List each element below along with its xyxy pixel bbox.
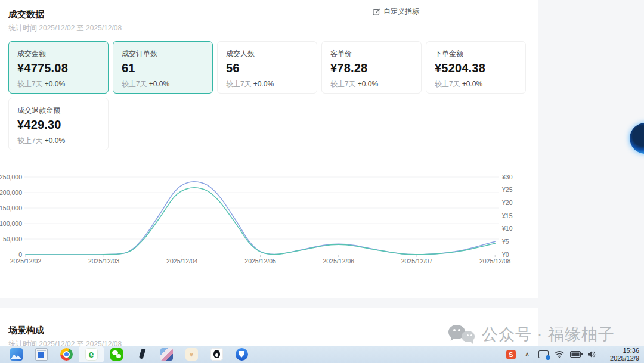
metric-compare: 较上7天+0.0%: [435, 79, 517, 89]
x-axis-date-label: 2025/12/05: [244, 257, 276, 265]
heart-app-icon-glyph: ♥: [190, 351, 194, 358]
metric-label: 成交人数: [226, 49, 308, 58]
taskbar: e♥ S ∧ 15:36 2025/12/9: [0, 346, 644, 363]
metric-label: 客单价: [330, 49, 413, 58]
taskbar-wechat-icon[interactable]: [104, 346, 129, 362]
y-axis-right-label: ¥10: [501, 225, 513, 232]
x-axis-date-label: 2025/12/07: [401, 257, 433, 265]
s-tray-icon[interactable]: S: [506, 349, 516, 360]
y-axis-right-label: ¥0: [501, 251, 509, 258]
compare-value: +0.0%: [253, 80, 274, 88]
y-axis-right-label: ¥25: [501, 186, 513, 193]
heart-app-icon: ♥: [185, 348, 198, 361]
taskbar-360-browser-icon[interactable]: e: [79, 346, 104, 362]
x-axis-date-label: 2025/12/06: [323, 257, 355, 265]
metric-compare: 较上7天+0.0%: [330, 79, 413, 89]
metric-card-3[interactable]: 客单价¥78.28较上7天+0.0%: [321, 41, 422, 94]
wechat-icon: [110, 348, 123, 361]
y-axis-right-label: ¥5: [501, 238, 509, 245]
battery-icon[interactable]: [570, 349, 581, 360]
y-axis-right-label: ¥15: [501, 212, 513, 219]
chrome-icon: [60, 348, 73, 361]
compare-value: +0.0%: [358, 80, 378, 88]
y-axis-left-label: 150,000: [0, 204, 22, 212]
compare-label: 较上7天: [17, 136, 43, 145]
wechat-logo-icon: [448, 324, 476, 345]
metric-value: ¥429.30: [17, 117, 100, 132]
compare-label: 较上7天: [17, 80, 43, 88]
metric-value: 56: [226, 60, 308, 76]
custom-metric-label: 自定义指标: [383, 7, 419, 17]
window-app-icon: [35, 348, 48, 361]
anime-app-icon: [160, 348, 173, 361]
speaker-icon[interactable]: [586, 349, 597, 360]
compare-value: +0.0%: [45, 80, 65, 88]
metric-card-5[interactable]: 成交退款金额¥429.30较上7天+0.0%: [8, 98, 109, 150]
taskbar-app-icons: e♥: [0, 346, 254, 362]
metric-cards-row-2: 成交退款金额¥429.30较上7天+0.0%: [8, 98, 530, 150]
compare-value: +0.0%: [45, 136, 65, 145]
taskbar-window-app-icon[interactable]: [29, 346, 54, 362]
tray-separator: [500, 350, 500, 359]
y-axis-left-label: 200,000: [0, 189, 22, 196]
metric-cards-row-1: 成交金额¥4775.08较上7天+0.0%成交订单数61较上7天+0.0%成交人…: [8, 41, 530, 94]
y-axis-left-label: 50,000: [3, 235, 22, 243]
compare-value: +0.0%: [149, 80, 169, 88]
compare-label: 较上7天: [122, 80, 147, 88]
x-axis-date-label: 2025/12/04: [166, 257, 198, 265]
compare-label: 较上7天: [330, 80, 356, 88]
taskbar-clock[interactable]: 15:36 2025/12/9: [602, 347, 639, 362]
cast-icon[interactable]: [538, 349, 549, 360]
watermark: 公众号 · 福缘柚子: [448, 324, 615, 345]
system-tray: S ∧ 15:36 2025/12/9: [500, 347, 644, 362]
metric-card-2[interactable]: 成交人数56较上7天+0.0%: [217, 41, 317, 94]
y-axis-left-label: 100,000: [0, 220, 22, 227]
360-browser-icon-glyph: e: [89, 350, 94, 359]
taskbar-qq-icon[interactable]: [204, 346, 229, 362]
metric-cards: 成交金额¥4775.08较上7天+0.0%成交订单数61较上7天+0.0%成交人…: [0, 33, 538, 150]
metric-value: ¥4775.08: [17, 60, 100, 76]
metric-card-1[interactable]: 成交订单数61较上7天+0.0%: [113, 41, 213, 94]
y-axis-left-label: 0: [18, 251, 22, 258]
watermark-text: 公众号 · 福缘柚子: [482, 324, 615, 345]
hidden-icons-chevron[interactable]: ∧: [522, 349, 532, 360]
taskbar-shield-app-icon[interactable]: [229, 346, 254, 362]
trend-line-chart[interactable]: 050,000100,000150,000200,000250,000¥0¥5¥…: [0, 172, 538, 270]
custom-metric-button[interactable]: 自定义指标: [373, 7, 419, 17]
y-axis-right-label: ¥30: [501, 173, 513, 181]
metric-compare: 较上7天+0.0%: [122, 79, 204, 89]
taskbar-photos-icon[interactable]: [4, 346, 29, 362]
metric-value: 61: [122, 60, 204, 76]
metric-value: ¥5204.38: [435, 60, 517, 76]
clock-time: 15:36: [602, 347, 639, 355]
compare-label: 较上7天: [226, 80, 252, 88]
taskbar-heart-app-icon[interactable]: ♥: [179, 346, 204, 362]
assistant-orb-button[interactable]: [630, 123, 644, 154]
metric-compare: 较上7天+0.0%: [17, 79, 100, 89]
metric-value: ¥78.28: [330, 60, 413, 76]
compare-value: +0.0%: [462, 80, 482, 88]
metric-label: 成交金额: [17, 49, 100, 58]
page-title: 成交数据: [8, 8, 530, 20]
y-axis-right-label: ¥20: [501, 199, 513, 206]
wifi-icon[interactable]: [554, 349, 565, 360]
metric-compare: 较上7天+0.0%: [17, 136, 100, 145]
metric-label: 成交订单数: [122, 49, 204, 58]
clock-date: 2025/12/9: [602, 355, 639, 362]
y-axis-left-label: 250,000: [0, 173, 22, 181]
qq-icon: [210, 348, 223, 361]
series-teal-line: [26, 188, 495, 255]
taskbar-quill-icon[interactable]: [129, 346, 154, 362]
metric-card-4[interactable]: 下单金额¥5204.38较上7天+0.0%: [426, 41, 526, 94]
x-axis-date-label: 2025/12/03: [88, 257, 120, 265]
shield-app-icon: [236, 348, 248, 361]
photos-icon: [10, 348, 23, 361]
taskbar-anime-app-icon[interactable]: [154, 346, 179, 362]
taskbar-chrome-icon[interactable]: [54, 346, 79, 362]
metric-card-0[interactable]: 成交金额¥4775.08较上7天+0.0%: [8, 41, 109, 94]
x-axis-date-label: 2025/12/08: [479, 257, 511, 265]
stat-time-range: 统计时间 2025/12/02 至 2025/12/08: [8, 23, 530, 33]
edit-icon: [373, 8, 380, 15]
compare-label: 较上7天: [435, 80, 460, 88]
metric-label: 成交退款金额: [17, 106, 100, 115]
